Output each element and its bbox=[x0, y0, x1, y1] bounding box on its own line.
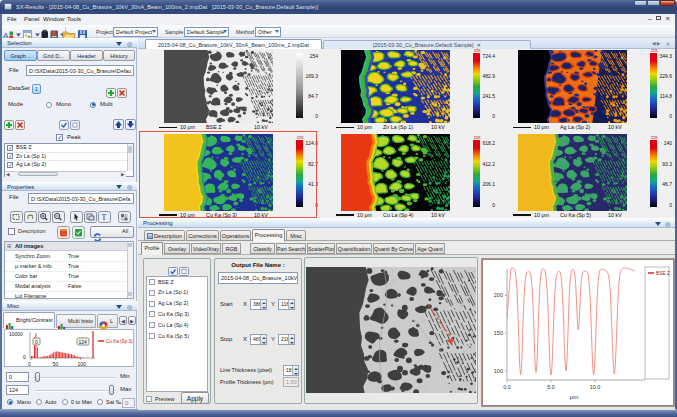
svg-text:150: 150 bbox=[494, 330, 503, 336]
svg-text:10000: 10000 bbox=[9, 331, 23, 337]
svg-text:10.0: 10.0 bbox=[590, 384, 601, 390]
svg-text:T: T bbox=[102, 213, 107, 222]
svg-text:5.0: 5.0 bbox=[547, 384, 555, 390]
svg-text:0: 0 bbox=[28, 361, 31, 367]
svg-text:124: 124 bbox=[79, 339, 88, 345]
svg-text:200: 200 bbox=[494, 292, 503, 298]
svg-text:100: 100 bbox=[494, 368, 503, 374]
svg-text:Cu Ka (Sp 3): Cu Ka (Sp 3) bbox=[106, 339, 133, 344]
svg-text:0.0: 0.0 bbox=[503, 384, 511, 390]
svg-text:μm: μm bbox=[570, 394, 578, 400]
svg-text:0: 0 bbox=[23, 354, 26, 360]
svg-text:50: 50 bbox=[53, 361, 59, 367]
svg-text:BSE Z: BSE Z bbox=[656, 271, 670, 276]
svg-text:0: 0 bbox=[35, 339, 38, 345]
svg-text:100: 100 bbox=[77, 361, 86, 367]
